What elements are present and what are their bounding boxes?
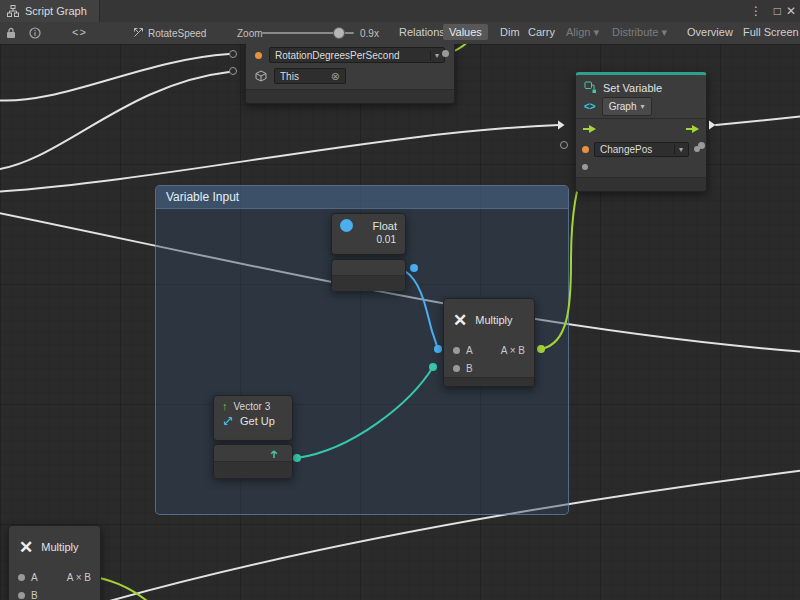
code-toggle-icon[interactable]: <> [72,26,87,38]
node-set-variable[interactable]: Set Variable <> Graph ▾ [575,72,707,192]
align-dropdown[interactable]: Align ▾ [560,24,605,41]
port-dot[interactable] [410,264,418,272]
variable-dropdown[interactable]: RotationDegreesPerSecond ▾ [269,47,445,63]
distribute-dropdown[interactable]: Distribute ▾ [606,24,673,41]
node-title: Multiply [475,314,512,326]
input-port-a[interactable] [453,347,460,354]
zoom-slider[interactable] [333,27,345,39]
multiply-icon: ✕ [453,312,467,329]
port-label: A × B [67,572,91,583]
port-dot[interactable] [293,454,301,462]
output-port[interactable] [442,50,449,57]
input-port-b[interactable] [453,365,460,372]
port-dot[interactable] [537,345,545,353]
input-port[interactable] [229,67,237,75]
value-input-port[interactable] [582,164,588,170]
tab-script-graph[interactable]: Script Graph [0,0,100,22]
input-port[interactable] [229,50,237,58]
output-port[interactable] [698,142,705,149]
node-get-up[interactable]: ↑ Vector 3 Get Up [213,395,293,441]
graph-canvas[interactable]: Variable Input RotationDegreesPerSecond [0,44,800,600]
changepos-dropdown[interactable]: ChangePos ▾ [594,142,689,157]
script-graph-icon [7,5,19,17]
chevron-down-icon: ▾ [430,51,439,60]
values-button[interactable]: Values [443,24,488,40]
zoom-value: 0.9x [360,28,379,39]
port-dot[interactable] [429,363,437,371]
lock-icon[interactable] [6,27,16,41]
chevron-down-icon: ▾ [640,102,644,111]
input-port-b[interactable] [18,592,25,599]
port-label: B [466,363,473,374]
carry-button[interactable]: Carry [522,24,561,40]
set-variable-icon [584,81,597,94]
port-label: A [466,345,473,356]
graph-breadcrumb[interactable]: RotateSpeed [148,28,206,39]
overview-button[interactable]: Overview [681,24,739,40]
tab-title: Script Graph [25,5,87,17]
input-port-a[interactable] [18,574,25,581]
target-field[interactable]: This ⊗ [274,68,346,84]
flow-wire-arrow-icon [708,120,716,130]
node-get-up-ports[interactable] [213,444,293,478]
flow-wire-arrow-icon [557,120,565,130]
cube-icon [255,70,267,82]
flow-out-arrow-icon[interactable] [685,124,700,134]
input-port[interactable] [560,141,568,149]
node-multiply-2[interactable]: ✕ Multiply A A × B B [8,525,101,600]
multiply-icon: ✕ [19,539,33,556]
graph-breadcrumb-icon [133,27,144,40]
target-label: This [280,71,331,82]
chevron-down-icon: ▾ [594,26,600,38]
node-float[interactable]: Float 0.01 [331,213,406,255]
dim-button[interactable]: Dim [494,24,526,40]
window-title-bar: Script Graph ⋮ □ ✕ [0,0,800,23]
flow-in-arrow-icon[interactable] [582,124,597,134]
variable-name: RotationDegreesPerSecond [275,50,425,61]
axes-icon [222,415,234,427]
info-icon[interactable] [29,27,41,41]
port-dot[interactable] [434,345,442,353]
float-icon [340,219,353,232]
variable-name: ChangePos [600,144,669,155]
wire-green[interactable] [541,166,586,349]
node-rotation-variable[interactable]: RotationDegreesPerSecond ▾ This ⊗ [245,44,455,104]
node-title: Set Variable [603,82,662,94]
fullscreen-button[interactable]: Full Screen [737,24,800,40]
float-value[interactable]: 0.01 [377,234,396,245]
wire-teal[interactable] [297,367,433,458]
type-label: Vector 3 [234,401,271,412]
variable-port-icon[interactable] [582,146,589,153]
node-title: Float [373,220,397,232]
chevron-down-icon: ▾ [674,145,683,154]
port-label: A × B [501,345,525,356]
graph-toolbar: <> RotateSpeed Zoom 0.9x Relations Value… [0,22,800,45]
vector-up-icon: ↑ [222,401,228,412]
scope-label: Graph [609,101,637,112]
port-label: A [31,572,38,583]
up-arrow-icon [268,448,280,460]
close-button[interactable]: ✕ [786,0,796,22]
graph-scope-icon: <> [584,101,596,112]
port-label: B [31,590,38,600]
node-title: Multiply [41,541,78,553]
node-multiply[interactable]: ✕ Multiply A A × B B [443,298,535,387]
maximize-button[interactable]: □ [774,0,781,22]
target-picker-icon[interactable]: ⊗ [331,70,340,83]
chevron-down-icon: ▾ [662,26,668,38]
node-title: Get Up [240,415,275,427]
menu-icon[interactable]: ⋮ [750,0,762,22]
value-port-icon[interactable] [255,52,262,59]
scope-dropdown[interactable]: Graph ▾ [602,97,652,116]
zoom-label: Zoom [237,28,263,39]
node-float-ports[interactable] [331,259,406,291]
